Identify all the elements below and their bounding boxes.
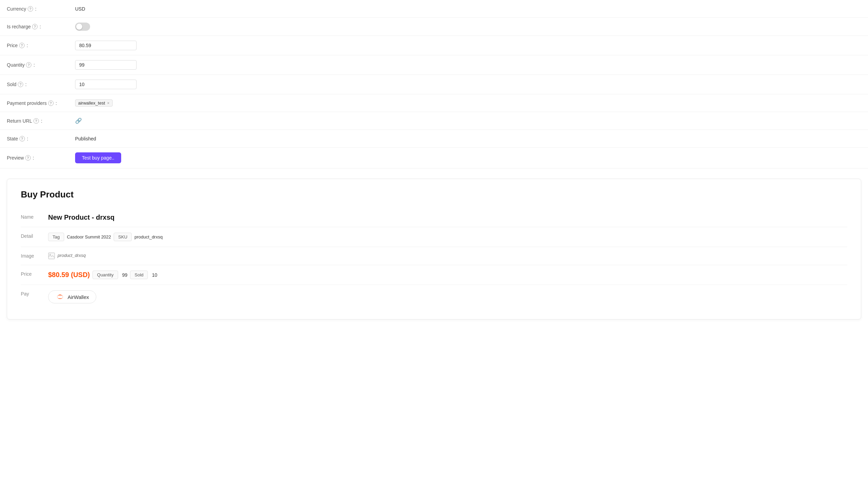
price-value	[75, 41, 861, 50]
payment-provider-tag-text: airwallex_test	[78, 100, 105, 106]
link-icon: 🔗	[75, 118, 82, 124]
quantity-input[interactable]	[75, 60, 137, 70]
payment-providers-row: Payment providers ? : airwallex_test ×	[0, 94, 868, 112]
product-pay-label: Pay	[21, 290, 48, 297]
is-recharge-row: Is recharge ? :	[0, 18, 868, 36]
product-price-label: Price	[21, 271, 48, 277]
quantity-value	[75, 60, 861, 70]
preview-label: Preview ? :	[7, 155, 75, 161]
detail-tag-badge: Tag	[48, 233, 64, 241]
return-url-label-text: Return URL	[7, 118, 32, 124]
currency-help-icon[interactable]: ?	[28, 6, 33, 12]
buy-product-card: Buy Product Name New Product - drxsq Det…	[7, 179, 861, 319]
price-help-icon[interactable]: ?	[19, 43, 25, 48]
price-row: Price ? :	[0, 36, 868, 55]
quantity-row: Quantity ? :	[0, 55, 868, 75]
product-detail-label: Detail	[21, 233, 48, 239]
sold-value	[75, 80, 861, 89]
currency-label: Currency ? :	[7, 6, 75, 12]
sold-input[interactable]	[75, 80, 137, 89]
return-url-value: 🔗	[75, 118, 861, 124]
product-form: Currency ? : USD Is recharge ? : Price ?	[0, 0, 868, 168]
product-pay-content: AirWallex	[48, 290, 847, 303]
preview-value: Test buy page..	[75, 152, 861, 163]
currency-row: Currency ? : USD	[0, 0, 868, 18]
buy-product-title: Buy Product	[21, 189, 847, 200]
airwallex-label: AirWallex	[68, 294, 89, 300]
state-label-text: State	[7, 136, 18, 141]
payment-providers-help-icon[interactable]: ?	[48, 100, 54, 106]
svg-point-1	[49, 254, 51, 255]
payment-provider-tag: airwallex_test ×	[75, 99, 113, 107]
detail-tag-value: Casdoor Summit 2022	[67, 234, 111, 239]
state-value-text: Published	[75, 136, 96, 141]
preview-label-text: Preview	[7, 155, 24, 161]
price-input[interactable]	[75, 41, 137, 50]
toggle-thumb	[76, 24, 82, 30]
broken-image-icon	[48, 252, 55, 259]
quantity-label: Quantity ? :	[7, 62, 75, 68]
return-url-row: Return URL ? : 🔗	[0, 112, 868, 130]
currency-value: USD	[75, 6, 861, 12]
currency-label-text: Currency	[7, 6, 26, 12]
return-url-help-icon[interactable]: ?	[33, 118, 39, 124]
payment-providers-value: airwallex_test ×	[75, 99, 861, 107]
image-alt-text: product_drxsq	[58, 253, 86, 258]
product-price-row: Price $80.59 (USD) Quantity 99 Sold 10	[21, 265, 847, 285]
product-pay-row: Pay AirWallex	[21, 285, 847, 309]
detail-sku-badge: SKU	[114, 233, 132, 241]
product-image-label: Image	[21, 252, 48, 259]
currency-text: USD	[75, 6, 85, 12]
sold-label: Sold ? :	[7, 82, 75, 87]
state-row: State ? : Published	[0, 130, 868, 148]
sold-value: 10	[152, 272, 157, 278]
state-label: State ? :	[7, 136, 75, 141]
payment-providers-label: Payment providers ? :	[7, 100, 75, 106]
sold-row: Sold ? :	[0, 75, 868, 94]
state-help-icon[interactable]: ?	[19, 136, 25, 141]
sold-badge: Sold	[130, 271, 148, 279]
product-detail-row: Detail Tag Casdoor Summit 2022 SKU produ…	[21, 227, 847, 247]
is-recharge-toggle[interactable]	[75, 23, 90, 31]
detail-sku-value: product_drxsq	[134, 234, 162, 239]
sold-label-text: Sold	[7, 82, 16, 87]
product-name-value: New Product - drxsq	[48, 214, 114, 221]
airwallex-pay-button[interactable]: AirWallex	[48, 290, 96, 303]
quantity-help-icon[interactable]: ?	[26, 62, 31, 68]
payment-providers-label-text: Payment providers	[7, 100, 47, 106]
is-recharge-label: Is recharge ? :	[7, 24, 75, 29]
quantity-label-text: Quantity	[7, 62, 25, 68]
airwallex-logo-icon	[55, 293, 65, 300]
return-url-label: Return URL ? :	[7, 118, 75, 124]
quantity-badge: Quantity	[93, 271, 118, 279]
product-price-value: $80.59 (USD)	[48, 271, 90, 279]
is-recharge-label-text: Is recharge	[7, 24, 31, 29]
toggle-track	[75, 23, 90, 31]
price-label: Price ? :	[7, 43, 75, 48]
product-name-label: Name	[21, 214, 48, 220]
price-label-text: Price	[7, 43, 18, 48]
sold-help-icon[interactable]: ?	[18, 82, 23, 87]
preview-help-icon[interactable]: ?	[25, 155, 31, 161]
preview-row: Preview ? : Test buy page..	[0, 148, 868, 168]
product-name-row: Name New Product - drxsq	[21, 208, 847, 227]
is-recharge-value	[75, 23, 861, 31]
is-recharge-help-icon[interactable]: ?	[32, 24, 38, 29]
product-name-content: New Product - drxsq	[48, 214, 847, 221]
quantity-value: 99	[122, 272, 128, 278]
product-price-content: $80.59 (USD) Quantity 99 Sold 10	[48, 271, 847, 279]
product-detail-content: Tag Casdoor Summit 2022 SKU product_drxs…	[48, 233, 847, 241]
product-image-content: product_drxsq	[48, 252, 847, 259]
product-image-alt: product_drxsq	[48, 252, 86, 259]
product-image-row: Image product_drxsq	[21, 247, 847, 265]
test-buy-page-button[interactable]: Test buy page..	[75, 152, 121, 163]
state-value: Published	[75, 136, 861, 141]
payment-provider-tag-close[interactable]: ×	[107, 101, 110, 106]
